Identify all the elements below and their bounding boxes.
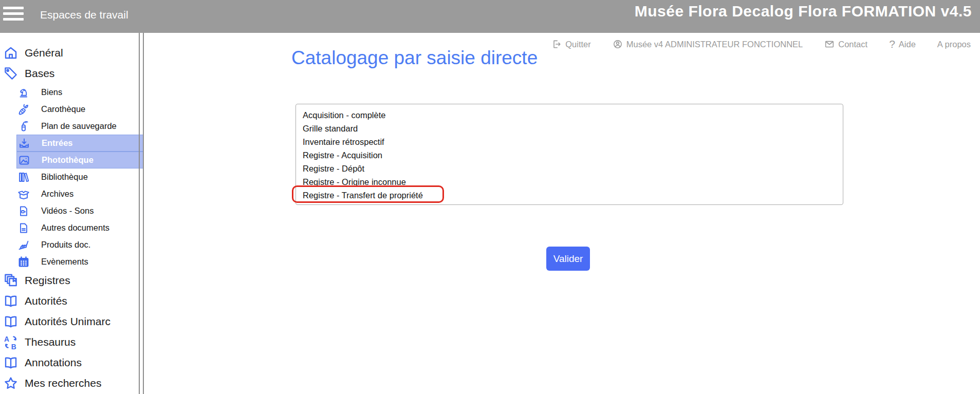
sidebar-item-registres[interactable]: Registres bbox=[2, 270, 144, 291]
sidebar-item-autres-documents[interactable]: Autres documents bbox=[16, 219, 144, 236]
sidebar-item-label: Autorités Unimarc bbox=[25, 315, 110, 328]
sidebar-item-label: Biens bbox=[41, 87, 62, 97]
sidebar-item-label: Registres bbox=[25, 274, 70, 287]
topbar: Espaces de travail Musée Flora Decalog F… bbox=[0, 0, 980, 33]
sidebar-item-label: Archives bbox=[41, 189, 73, 199]
sidebar-item-bibliotheque[interactable]: Bibliothèque bbox=[16, 168, 144, 185]
svg-text:A: A bbox=[4, 335, 9, 343]
sidebar-item-plan-de-sauvegarde[interactable]: Plan de sauvegarde bbox=[16, 118, 144, 135]
fire-extinguisher-icon bbox=[17, 120, 30, 133]
sidebar-item-label: Bases bbox=[25, 67, 54, 80]
sidebar-item-label: Mes recherches bbox=[25, 377, 101, 389]
books-icon bbox=[17, 171, 30, 183]
sidebar-item-label: Evènements bbox=[41, 257, 88, 267]
sidebar-item-autorites-unimarc[interactable]: Autorités Unimarc bbox=[2, 311, 144, 332]
paper-stack-icon bbox=[17, 239, 30, 251]
quitter-label: Quitter bbox=[565, 40, 591, 49]
sidebar-item-label: Carothèque bbox=[41, 104, 85, 114]
app-window: Espaces de travail Musée Flora Decalog F… bbox=[0, 0, 980, 394]
sidebar-item-label: Autres documents bbox=[41, 223, 109, 233]
sidebar-item-archives[interactable]: Archives bbox=[16, 185, 144, 202]
home-icon bbox=[3, 45, 19, 61]
open-box-icon bbox=[17, 188, 30, 200]
carrot-icon bbox=[17, 103, 30, 116]
header-links: Quitter Musée v4 ADMINISTRATEUR FONCTION… bbox=[144, 33, 980, 55]
apropos-label: A propos bbox=[937, 40, 971, 49]
question-icon: ? bbox=[889, 39, 895, 49]
sidebar-item-label: Plan de sauvegarde bbox=[41, 121, 117, 131]
page-title: Catalogage par saisie directe bbox=[291, 47, 538, 69]
logout-icon bbox=[551, 39, 562, 49]
contact-label: Contact bbox=[838, 40, 867, 49]
image-icon bbox=[18, 154, 30, 166]
sidebar-item-autorites[interactable]: Autorités bbox=[2, 291, 144, 311]
svg-text:B: B bbox=[11, 343, 16, 350]
quitter-link[interactable]: Quitter bbox=[551, 39, 591, 49]
app-title: Musée Flora Decalog Flora FORMATION v4.5 bbox=[635, 3, 972, 20]
sidebar-item-label: Vidéos - Sons bbox=[41, 206, 94, 216]
sidebar-item-mes-recherches[interactable]: Mes recherches bbox=[2, 373, 144, 393]
sidebar-item-bases[interactable]: Bases bbox=[2, 63, 144, 84]
open-book-icon bbox=[3, 355, 19, 370]
mail-icon bbox=[824, 39, 835, 49]
sidebar-item-general[interactable]: Général bbox=[2, 43, 144, 63]
sidebar-item-label: Produits doc. bbox=[41, 240, 90, 250]
apropos-link[interactable]: A propos bbox=[937, 40, 971, 49]
grid-option-grille-standard[interactable]: Grille standard bbox=[303, 122, 843, 135]
star-icon bbox=[3, 376, 19, 391]
grid-option-acquisition-complete[interactable]: Acquisition - complète bbox=[303, 108, 843, 122]
tag-icon bbox=[3, 66, 19, 81]
sidebar-item-label: Thesaurus bbox=[25, 336, 76, 348]
aide-link[interactable]: ? Aide bbox=[889, 39, 916, 49]
open-book-icon bbox=[3, 314, 19, 329]
sidebar-item-produits-doc[interactable]: Produits doc. bbox=[16, 236, 144, 253]
user-menu[interactable]: Musée v4 ADMINISTRATEUR FONCTIONNEL bbox=[613, 39, 803, 49]
contact-link[interactable]: Contact bbox=[824, 39, 867, 49]
sidebar-item-entrees[interactable]: Entrées bbox=[16, 135, 144, 152]
sidebar-item-evenements[interactable]: Evènements bbox=[16, 253, 144, 270]
grid-option-registre-depot[interactable]: Registre - Dépôt bbox=[303, 162, 843, 175]
sidebar-item-label: Photothèque bbox=[42, 155, 94, 165]
sidebar: GénéralBasesBiensCarothèquePlan de sauve… bbox=[0, 33, 144, 394]
valider-button[interactable]: Valider bbox=[546, 247, 590, 271]
sort-ab-icon: AB bbox=[3, 334, 19, 350]
sidebar-item-label: Autorités bbox=[25, 295, 67, 307]
sidebar-item-phototheque[interactable]: Photothèque bbox=[16, 152, 144, 168]
inbox-arrow-icon bbox=[18, 137, 30, 149]
sidebar-item-annotations[interactable]: Annotations bbox=[2, 352, 144, 373]
grid-option-inventaire-retrospectif[interactable]: Inventaire rétrospectif bbox=[303, 135, 843, 148]
document-icon bbox=[17, 222, 30, 234]
workspace-label: Espaces de travail bbox=[40, 0, 128, 30]
sidebar-item-biens[interactable]: Biens bbox=[16, 84, 144, 101]
hamburger-menu-icon[interactable] bbox=[3, 7, 25, 26]
video-file-icon bbox=[17, 205, 30, 217]
registers-icon bbox=[3, 273, 19, 288]
grid-selection-list[interactable]: Acquisition - complèteGrille standardInv… bbox=[295, 104, 843, 205]
sidebar-item-label: Annotations bbox=[25, 357, 82, 369]
aide-label: Aide bbox=[899, 40, 916, 49]
sidebar-item-label: Bibliothèque bbox=[41, 172, 88, 182]
grid-option-registre-origine-inconnue[interactable]: Registre - Origine inconnue bbox=[303, 175, 843, 189]
account-icon bbox=[613, 39, 623, 49]
sidebar-item-carotheque[interactable]: Carothèque bbox=[16, 101, 144, 118]
sidebar-item-thesaurus[interactable]: ABThesaurus bbox=[2, 332, 144, 352]
sidebar-item-label: Entrées bbox=[42, 138, 73, 148]
calendar-icon bbox=[17, 256, 30, 268]
open-book-icon bbox=[3, 293, 19, 309]
grid-option-registre-acquisition[interactable]: Registre - Acquisition bbox=[303, 148, 843, 162]
user-label: Musée v4 ADMINISTRATEUR FONCTIONNEL bbox=[626, 40, 803, 49]
sidebar-item-label: Général bbox=[25, 47, 63, 59]
sidebar-scrollbar[interactable] bbox=[139, 33, 144, 394]
grid-option-registre-transfert-de-propriete[interactable]: Registre - Transfert de propriété bbox=[303, 189, 843, 202]
sidebar-item-videos-sons[interactable]: Vidéos - Sons bbox=[16, 202, 144, 219]
chess-knight-icon bbox=[17, 86, 30, 99]
